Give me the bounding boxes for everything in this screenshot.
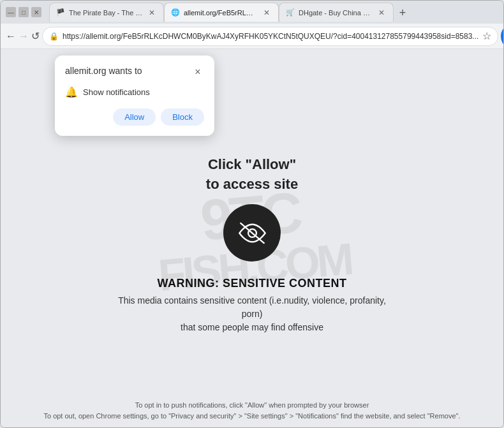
close-button[interactable]: ✕ bbox=[31, 7, 41, 17]
popup-notification-row: 🔔 Show notifications bbox=[65, 86, 204, 98]
block-button[interactable]: Block bbox=[161, 108, 204, 126]
bookmark-icon[interactable]: ☆ bbox=[482, 30, 491, 42]
popup-title: allemit.org wants to bbox=[65, 66, 142, 76]
tab-title-1: The Pirate Bay - The galaxy's m... bbox=[69, 9, 143, 17]
forward-button[interactable]: → bbox=[19, 27, 29, 45]
footer-line1: To opt in to push notifications, click "… bbox=[1, 400, 503, 411]
page-click-text: Click "Allow" to access site bbox=[206, 155, 298, 195]
nav-bar: ← → ↺ 🔒 https://allemit.org/FeB5rRLKcDHW… bbox=[1, 24, 503, 49]
window-controls: — □ ✕ bbox=[6, 7, 41, 17]
tab-close-3[interactable]: ✕ bbox=[376, 8, 387, 18]
warning-title: WARNING: SENSITIVE CONTENT bbox=[118, 277, 386, 290]
tab-favicon-2: 🌐 bbox=[171, 8, 180, 17]
page-content: 9TC FISH.COM Click "Allow" to access sit… bbox=[1, 49, 503, 427]
maximize-button[interactable]: □ bbox=[19, 7, 29, 17]
allow-button[interactable]: Allow bbox=[113, 108, 156, 126]
back-button[interactable]: ← bbox=[6, 27, 16, 45]
click-text-line2: to access site bbox=[206, 175, 298, 195]
tab-favicon-1: 🏴 bbox=[56, 8, 65, 17]
tabs-bar: 🏴 The Pirate Bay - The galaxy's m... ✕ 🌐… bbox=[49, 3, 498, 22]
popup-header: allemit.org wants to × bbox=[65, 66, 204, 78]
browser-window: — □ ✕ 🏴 The Pirate Bay - The galaxy's m.… bbox=[0, 0, 504, 428]
click-text-line1: Click "Allow" bbox=[206, 155, 298, 175]
tab-favicon-3: 🛒 bbox=[286, 8, 295, 17]
tab-close-1[interactable]: ✕ bbox=[147, 8, 157, 18]
footer-line2: To opt out, open Chrome settings, go to … bbox=[1, 411, 503, 422]
warning-section: WARNING: SENSITIVE CONTENT This media co… bbox=[118, 277, 386, 334]
tab-allemit[interactable]: 🌐 allemit.org/FeB5rRLKcDHWCM... ✕ bbox=[164, 3, 279, 22]
new-tab-button[interactable]: + bbox=[394, 4, 411, 22]
warning-text-line2: that some people may find offensive bbox=[118, 321, 386, 334]
tab-close-2[interactable]: ✕ bbox=[262, 8, 272, 18]
svg-line-1 bbox=[241, 223, 264, 243]
reload-button[interactable]: ↺ bbox=[31, 27, 40, 45]
tab-dhgate[interactable]: 🛒 DHgate - Buy China Wholesale... ✕ bbox=[279, 3, 394, 22]
page-main: Click "Allow" to access site WARNING: SE… bbox=[118, 155, 386, 335]
address-text: https://allemit.org/FeB5rRLKcDHWCM0ByKwA… bbox=[63, 32, 478, 41]
tab-piratebay[interactable]: 🏴 The Pirate Bay - The galaxy's m... ✕ bbox=[49, 3, 164, 22]
lock-icon: 🔒 bbox=[49, 32, 59, 41]
eye-hidden-icon bbox=[235, 216, 270, 251]
address-bar[interactable]: 🔒 https://allemit.org/FeB5rRLKcDHWCM0ByK… bbox=[42, 27, 498, 46]
profile-button[interactable]: 👤 bbox=[501, 27, 504, 45]
notification-label: Show notifications bbox=[83, 87, 150, 97]
notification-popup: allemit.org wants to × 🔔 Show notificati… bbox=[55, 55, 214, 136]
popup-buttons: Allow Block bbox=[65, 108, 204, 126]
tab-title-3: DHgate - Buy China Wholesale... bbox=[299, 9, 373, 17]
popup-close-button[interactable]: × bbox=[191, 66, 204, 78]
title-bar: — □ ✕ 🏴 The Pirate Bay - The galaxy's m.… bbox=[1, 1, 503, 24]
minimize-button[interactable]: — bbox=[6, 7, 16, 17]
tab-title-2: allemit.org/FeB5rRLKcDHWCM... bbox=[184, 9, 258, 17]
page-footer: To opt in to push notifications, click "… bbox=[1, 400, 503, 422]
bell-icon: 🔔 bbox=[65, 86, 78, 98]
warning-text-line1: This media contains sensitive content (i… bbox=[118, 294, 386, 321]
warning-text: This media contains sensitive content (i… bbox=[118, 294, 386, 334]
eye-icon-circle bbox=[223, 204, 281, 262]
